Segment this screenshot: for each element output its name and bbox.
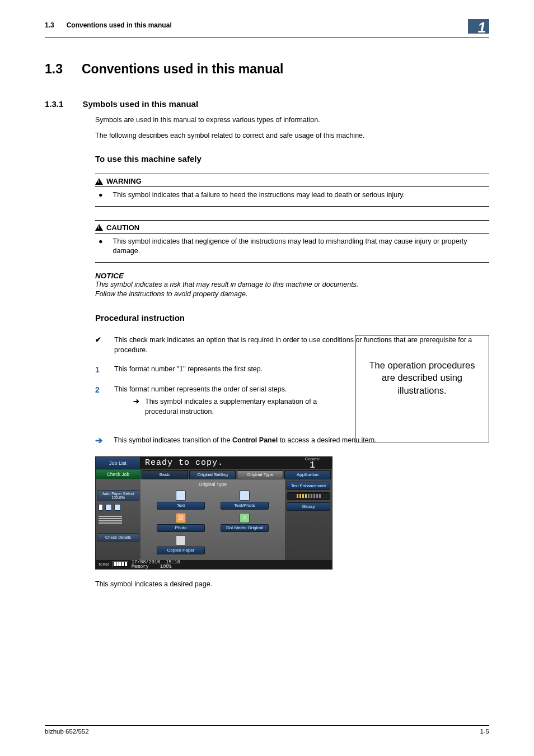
bullet-icon: ●	[99, 237, 103, 256]
section-number: 1.3	[45, 62, 63, 77]
step-1-text: This format number "1" represents the fi…	[114, 364, 263, 375]
warning-text: This symbol indicates that a failure to …	[113, 190, 405, 200]
text-type-icon: ≡	[176, 491, 186, 501]
checkmark-icon: ✔	[95, 335, 103, 355]
check-job-button[interactable]: Check Job	[96, 469, 140, 479]
transition-arrow-icon: ➔	[95, 435, 102, 447]
photo-type-icon: 🖼	[176, 513, 186, 523]
dot-matrix-button[interactable]: Dot Matrix Original	[221, 524, 269, 532]
notice-line-2: Follow the instructions to avoid propert…	[95, 290, 489, 300]
intro-para-2: The following describes each symbol rela…	[95, 131, 489, 141]
thumbnail-lines-icon	[97, 514, 139, 526]
sub-arrow-icon: ➔	[133, 396, 139, 417]
toner-gauge-icon	[113, 561, 128, 567]
glossy-button[interactable]: Glossy	[287, 502, 330, 511]
callout-text: The operation procedures are described u…	[368, 359, 476, 396]
tab-original-type[interactable]: Original Type	[237, 470, 283, 479]
job-list-button[interactable]: Job List	[96, 457, 140, 469]
step-2-subtext: This symbol indicates a supplementary ex…	[145, 396, 327, 417]
warning-box: WARNING ● This symbol indicates that a f…	[95, 174, 489, 207]
caution-text: This symbol indicates that negligence of…	[113, 237, 489, 256]
text-enhancement-button[interactable]: Text Enhancement	[287, 482, 330, 490]
preview-icon	[105, 504, 112, 511]
copies-value: 1	[310, 461, 315, 469]
panel-memory-label: Memory	[132, 564, 149, 570]
transition-text: This symbol indicates transition of the …	[114, 436, 377, 446]
running-header-sec: 1.3	[45, 21, 54, 29]
notice-line-1: This symbol indicates a risk that may re…	[95, 280, 489, 290]
caution-icon	[95, 224, 103, 231]
footer-model: bizhub 652/552	[45, 728, 89, 735]
warning-icon	[95, 178, 103, 185]
toner-label: Toner	[98, 562, 109, 567]
text-photo-type-icon: ▤	[240, 491, 250, 501]
text-photo-button[interactable]: Text/Photo	[221, 502, 269, 510]
panel-memory: 100%	[160, 564, 171, 570]
step-1-number: 1	[95, 364, 103, 375]
notice-label: NOTICE	[95, 272, 489, 280]
tab-basic[interactable]: Basic	[142, 470, 188, 479]
heading-procedural: Procedural instruction	[95, 313, 489, 323]
copied-paper-type-icon: ❏	[176, 535, 186, 545]
check-details-button[interactable]: Check Details	[97, 533, 139, 542]
step-2-text: This format number represents the order …	[114, 384, 327, 394]
status-ready: Ready to copy.	[140, 457, 293, 469]
step-2-number: 2	[95, 384, 103, 417]
chapter-tab: 1	[468, 19, 489, 34]
caution-label: CAUTION	[106, 223, 139, 232]
intro-para-1: Symbols are used in this manual to expre…	[95, 115, 489, 125]
preview-icon	[114, 504, 121, 511]
section-title: Conventions used in this manual	[82, 62, 283, 77]
subsection-title: Symbols used in this manual	[82, 99, 198, 109]
enhancement-slider[interactable]	[287, 492, 330, 500]
copied-paper-button[interactable]: Copied Paper	[157, 547, 205, 554]
control-panel-screenshot: Job List Ready to copy. Copies: 1 Check …	[95, 456, 332, 570]
desired-page-text: This symbol indicates a desired page.	[95, 580, 489, 590]
text-button[interactable]: Text	[157, 502, 205, 510]
auto-paper-select-button[interactable]: Auto Paper Select 100.0%	[97, 490, 139, 501]
doc-icon	[99, 504, 103, 511]
footer-page: 1-5	[480, 728, 489, 735]
subsection-number: 1.3.1	[45, 99, 63, 109]
running-header-title: Conventions used in this manual	[67, 21, 172, 29]
caution-box: CAUTION ● This symbol indicates that neg…	[95, 220, 489, 263]
heading-safe-use: To use this machine safely	[95, 154, 489, 164]
tab-application[interactable]: Application	[284, 470, 331, 479]
callout-box: The operation procedures are described u…	[355, 335, 489, 442]
original-type-header: Original Type	[199, 480, 227, 491]
dot-matrix-type-icon: A	[240, 513, 250, 523]
warning-label: WARNING	[106, 177, 142, 185]
tab-original-setting[interactable]: Original Setting	[189, 470, 236, 479]
photo-button[interactable]: Photo	[157, 524, 205, 532]
bullet-icon: ●	[99, 190, 103, 200]
